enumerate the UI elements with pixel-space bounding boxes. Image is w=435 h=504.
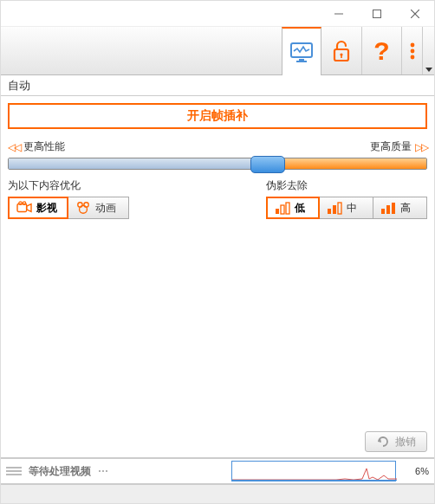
quality-slider[interactable] xyxy=(8,158,427,170)
svg-rect-20 xyxy=(281,205,284,214)
artifact-option-label: 高 xyxy=(400,201,411,216)
help-button[interactable]: ? xyxy=(361,27,401,74)
activity-graph xyxy=(231,461,396,481)
slider-left-label: 更高性能 xyxy=(23,139,65,154)
svg-rect-25 xyxy=(381,209,385,214)
status-bar: 等待处理视频 ⋯ 6% xyxy=(1,458,434,484)
svg-rect-6 xyxy=(296,61,307,62)
close-button[interactable] xyxy=(396,1,434,27)
dots-vertical-icon xyxy=(409,39,416,63)
slider-right-label: 更高质量 xyxy=(370,139,412,154)
artifact-option-label: 中 xyxy=(347,201,357,216)
overflow-button[interactable] xyxy=(401,27,422,74)
unlock-icon xyxy=(330,39,353,63)
svg-rect-26 xyxy=(386,205,390,214)
status-text: 等待处理视频 xyxy=(29,464,91,479)
main-panel: 开启帧插补 ◁◁ 更高性能 更高质量 ▷▷ 为以下内容优化 xyxy=(1,96,434,458)
slider-fill-right xyxy=(268,158,426,169)
svg-rect-22 xyxy=(328,209,331,214)
artifact-option-mid[interactable]: 中 xyxy=(320,197,373,219)
optimize-for-group: 为以下内容优化 影视 xyxy=(8,178,129,219)
svg-rect-9 xyxy=(341,55,342,58)
enable-frame-interpolation-button[interactable]: 开启帧插补 xyxy=(8,103,427,129)
optimize-group-label: 为以下内容优化 xyxy=(8,178,129,193)
artifact-option-high[interactable]: 高 xyxy=(373,197,427,219)
undo-button[interactable]: 撤销 xyxy=(365,431,427,452)
svg-rect-23 xyxy=(333,205,336,214)
slider-thumb[interactable] xyxy=(250,156,285,173)
svg-rect-5 xyxy=(299,59,304,61)
ellipsis-icon: ⋯ xyxy=(98,465,109,477)
question-icon: ? xyxy=(373,36,389,66)
svg-rect-19 xyxy=(276,209,279,214)
svg-rect-1 xyxy=(373,10,381,17)
artifact-group-label: 伪影去除 xyxy=(266,178,427,193)
artifact-option-low[interactable]: 低 xyxy=(266,197,320,219)
window-titlebar xyxy=(1,1,434,27)
bars-mid-icon xyxy=(327,201,342,215)
svg-rect-24 xyxy=(338,203,341,214)
svg-rect-13 xyxy=(17,204,27,212)
menu-icon[interactable] xyxy=(6,467,22,475)
top-toolbar: ? xyxy=(1,27,434,75)
optimize-option-label: 影视 xyxy=(36,201,57,216)
svg-point-18 xyxy=(80,205,88,213)
footer-bar xyxy=(1,484,434,504)
percent-label: 6% xyxy=(403,466,429,476)
svg-point-11 xyxy=(410,48,414,53)
mode-tab-label: 自动 xyxy=(1,75,434,96)
monitor-tab-button[interactable] xyxy=(282,27,321,75)
artifact-option-label: 低 xyxy=(295,201,305,216)
svg-rect-21 xyxy=(286,203,289,214)
bars-high-icon xyxy=(380,201,396,215)
maximize-button[interactable] xyxy=(358,1,396,27)
undo-icon xyxy=(376,436,390,447)
dropdown-arrow-button[interactable] xyxy=(422,27,434,74)
undo-label: 撤销 xyxy=(395,435,416,449)
optimize-option-label: 动画 xyxy=(95,201,116,216)
svg-rect-27 xyxy=(392,203,395,214)
arrow-right-icon: ▷▷ xyxy=(415,141,427,153)
svg-point-14 xyxy=(19,202,23,205)
slider-labels: ◁◁ 更高性能 更高质量 ▷▷ xyxy=(8,139,427,154)
mickey-icon xyxy=(75,201,91,215)
video-camera-icon xyxy=(16,201,32,215)
slider-fill-left xyxy=(9,158,268,169)
artifact-removal-group: 伪影去除 低 中 高 xyxy=(266,178,427,219)
svg-point-10 xyxy=(410,42,414,47)
bars-low-icon xyxy=(275,201,290,215)
svg-point-15 xyxy=(23,202,26,205)
optimize-option-movie[interactable]: 影视 xyxy=(8,197,68,219)
arrow-left-icon: ◁◁ xyxy=(8,141,20,153)
optimize-option-animation[interactable]: 动画 xyxy=(68,197,129,219)
lock-button[interactable] xyxy=(321,27,361,74)
minimize-button[interactable] xyxy=(320,1,358,27)
chevron-down-icon xyxy=(425,68,432,73)
monitor-icon xyxy=(289,40,315,64)
svg-point-12 xyxy=(410,55,414,59)
enable-button-label: 开启帧插补 xyxy=(187,108,248,124)
